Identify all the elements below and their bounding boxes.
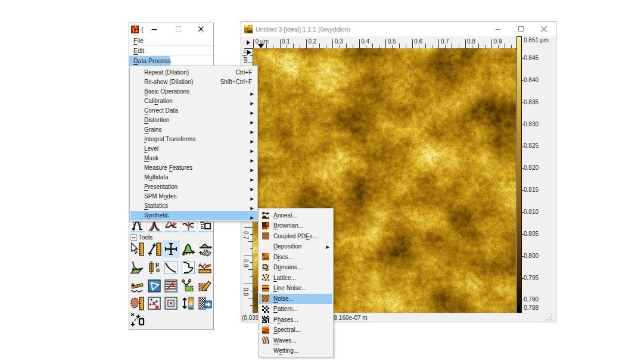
svg-text:G: G: [132, 26, 138, 33]
svg-text:σ: σ: [156, 267, 160, 273]
